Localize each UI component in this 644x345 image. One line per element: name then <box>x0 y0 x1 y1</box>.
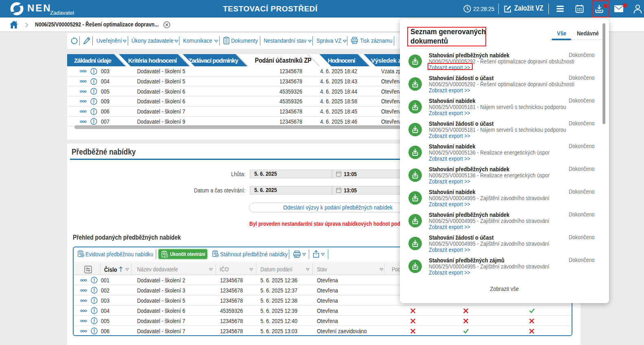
svg-text:Základní údaje: Základní údaje <box>74 57 111 64</box>
svg-text:Zadávací podmínky: Zadávací podmínky <box>188 57 239 64</box>
svg-text:Hodnocení: Hodnocení <box>328 57 356 64</box>
svg-text:Podání účastníků ZP: Podání účastníků ZP <box>255 57 312 64</box>
svg-text:Kritéria hodnocení: Kritéria hodnocení <box>128 57 177 64</box>
